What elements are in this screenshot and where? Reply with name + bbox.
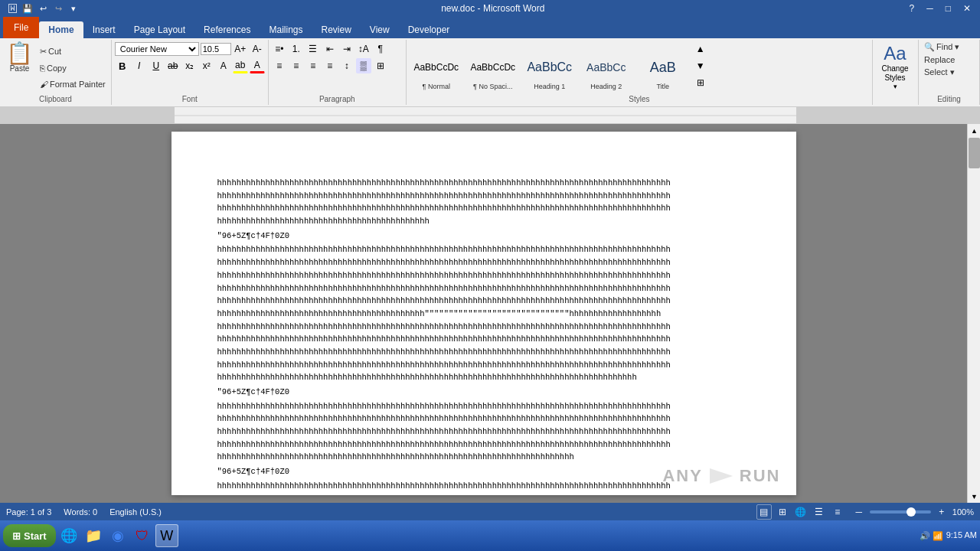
style-h2-preview: AaBbCc <box>583 52 629 83</box>
shading-button[interactable]: ▒ <box>356 58 371 73</box>
zoom-out-button[interactable]: ─ <box>851 504 867 520</box>
draft-view[interactable]: ≡ <box>830 504 845 520</box>
start-button[interactable]: ⊞ Start <box>3 524 56 547</box>
borders-button[interactable]: ⊞ <box>373 58 388 73</box>
taskbar: ⊞ Start 🌐 📁 ◉ 🛡 W 🔊 📶 9:15 AM <box>0 520 980 551</box>
save-icon[interactable]: 💾 <box>21 2 34 15</box>
underline-button[interactable]: U <box>149 58 164 73</box>
paste-button[interactable]: 📋 Paste <box>3 41 36 93</box>
taskbar-explorer-icon[interactable]: 📁 <box>82 524 105 547</box>
align-right-button[interactable]: ≡ <box>305 58 321 73</box>
taskbar-antivirus-icon[interactable]: 🛡 <box>131 524 154 547</box>
minimize-button[interactable]: ─ <box>923 3 936 14</box>
strikethrough-button[interactable]: ab <box>165 58 181 73</box>
increase-indent-button[interactable]: ⇥ <box>339 41 354 57</box>
restore-button[interactable]: □ <box>942 3 954 14</box>
status-right: ▤ ⊞ 🌐 ☰ ≡ ─ + 100% <box>756 504 974 520</box>
style-nospace[interactable]: AaBbCcDc ¶ No Spaci... <box>466 50 520 93</box>
styles-more[interactable]: ⊞ <box>693 75 708 90</box>
copy-button[interactable]: ⎘ Copy <box>38 63 108 73</box>
cut-button[interactable]: ✂ Cut <box>38 46 108 57</box>
tab-home[interactable]: Home <box>39 21 83 38</box>
font-row-1: Courier New A+ A- <box>115 41 265 57</box>
title-bar-left: 🅆 💾 ↩ ↪ ▾ <box>6 2 80 15</box>
text-effects-button[interactable]: A <box>216 58 231 73</box>
doc-line: hhhhhhhhhhhhhhhhhhhhhhhhhhhhhhhhhhhhhhhh… <box>217 401 750 412</box>
bullets-button[interactable]: ≡• <box>272 41 287 57</box>
ribbon-toolbar: 📋 Paste ✂ Cut ⎘ Copy 🖌 Format Painter <box>0 38 980 107</box>
font-size-up-button[interactable]: A+ <box>233 41 248 57</box>
print-layout-view[interactable]: ▤ <box>756 504 772 520</box>
decrease-indent-button[interactable]: ⇤ <box>322 41 338 57</box>
tab-developer[interactable]: Developer <box>399 21 459 38</box>
style-normal[interactable]: AaBbCcDc ¶ Normal <box>410 50 463 93</box>
superscript-button[interactable]: x² <box>199 58 214 73</box>
style-title[interactable]: AaB Title <box>636 50 690 93</box>
font-size-input[interactable] <box>201 43 231 55</box>
system-tray: 🔊 📶 9:15 AM <box>920 530 977 540</box>
tab-page-layout[interactable]: Page Layout <box>125 21 194 38</box>
cut-label: Cut <box>48 47 61 56</box>
style-heading2[interactable]: AaBbCc Heading 2 <box>580 50 633 93</box>
clipboard-sub: ✂ Cut ⎘ Copy 🖌 Format Painter <box>38 41 108 93</box>
format-painter-button[interactable]: 🖌 Format Painter <box>38 79 108 90</box>
tab-insert[interactable]: Insert <box>83 21 125 38</box>
doc-line: hhhhhhhhhhhhhhhhhhhhhhhhhhhhhhhhhhhhhhhh… <box>217 295 750 307</box>
tab-mailings[interactable]: Mailings <box>260 21 312 38</box>
zoom-slider[interactable] <box>870 510 931 514</box>
clipboard-content: 📋 Paste ✂ Cut ⎘ Copy 🖌 Format Painter <box>3 41 108 103</box>
document-area[interactable]: hhhhhhhhhhhhhhhhhhhhhhhhhhhhhhhhhhhhhhhh… <box>0 124 967 503</box>
italic-button[interactable]: I <box>132 58 147 73</box>
dropdown-icon[interactable]: ▾ <box>67 2 80 15</box>
tab-file[interactable]: File <box>3 17 39 38</box>
tab-view[interactable]: View <box>361 21 399 38</box>
taskbar-ie-icon[interactable]: 🌐 <box>57 524 80 547</box>
scroll-thumb[interactable] <box>969 138 980 168</box>
scroll-up-button[interactable]: ▲ <box>968 124 980 137</box>
undo-icon[interactable]: ↩ <box>37 2 49 15</box>
justify-button[interactable]: ≡ <box>322 58 338 73</box>
bold-button[interactable]: B <box>115 58 130 73</box>
align-center-button[interactable]: ≡ <box>289 58 304 73</box>
replace-button[interactable]: Replace <box>922 54 957 65</box>
taskbar-word-icon[interactable]: W <box>155 524 178 547</box>
zoom-in-button[interactable]: + <box>934 504 949 520</box>
redo-icon[interactable]: ↪ <box>52 2 64 15</box>
subscript-button[interactable]: x₂ <box>182 58 198 73</box>
full-screen-view[interactable]: ⊞ <box>775 504 790 520</box>
status-left: Page: 1 of 3 Words: 0 English (U.S.) <box>6 507 162 517</box>
style-heading1[interactable]: AaBbCc Heading 1 <box>523 50 577 93</box>
doc-line: hhhhhhhhhhhhhhhhhhhhhhhhhhhhhhhhhhhhhhhh… <box>217 283 750 295</box>
styles-scroll-up[interactable]: ▲ <box>693 41 708 57</box>
outline-view[interactable]: ☰ <box>812 504 827 520</box>
zoom-thumb[interactable] <box>906 507 916 517</box>
paragraph-group-label: Paragraph <box>269 95 406 103</box>
taskbar-chrome-icon[interactable]: ◉ <box>106 524 129 547</box>
text-highlight-button[interactable]: ab <box>233 58 248 73</box>
tab-references[interactable]: References <box>194 21 260 38</box>
find-button[interactable]: 🔍 Find ▾ <box>922 41 962 53</box>
align-left-button[interactable]: ≡ <box>272 58 287 73</box>
document-content[interactable]: hhhhhhhhhhhhhhhhhhhhhhhhhhhhhhhhhhhhhhhh… <box>217 178 750 495</box>
sort-button[interactable]: ↕A <box>356 41 371 57</box>
pilcrow-button[interactable]: ¶ <box>373 41 388 57</box>
select-button[interactable]: Select ▾ <box>922 67 957 78</box>
help-icon[interactable]: ? <box>906 3 918 14</box>
change-styles-icon: Aa <box>884 43 906 64</box>
web-layout-view[interactable]: 🌐 <box>793 504 808 520</box>
font-color-button[interactable]: A <box>250 58 265 73</box>
close-button[interactable]: ✕ <box>960 3 974 14</box>
font-size-down-button[interactable]: A- <box>250 41 265 57</box>
numbering-button[interactable]: 1. <box>289 41 304 57</box>
main-content: hhhhhhhhhhhhhhhhhhhhhhhhhhhhhhhhhhhhhhhh… <box>0 107 980 520</box>
document-page: hhhhhhhhhhhhhhhhhhhhhhhhhhhhhhhhhhhhhhhh… <box>172 132 796 495</box>
line-spacing-button[interactable]: ↕ <box>339 58 354 73</box>
tab-review[interactable]: Review <box>312 21 360 38</box>
multilevel-list-button[interactable]: ☰ <box>305 41 321 57</box>
scroll-track[interactable] <box>968 137 980 490</box>
doc-line: hhhhhhhhhhhhhhhhhhhhhhhhhhhhhhhhhhhhhhhh… <box>217 439 750 451</box>
font-name-select[interactable]: Courier New <box>115 42 199 56</box>
scroll-down-button[interactable]: ▼ <box>968 490 980 503</box>
change-styles-button[interactable]: Aa ChangeStyles ▾ <box>876 41 914 92</box>
styles-scroll-down[interactable]: ▼ <box>693 58 708 73</box>
